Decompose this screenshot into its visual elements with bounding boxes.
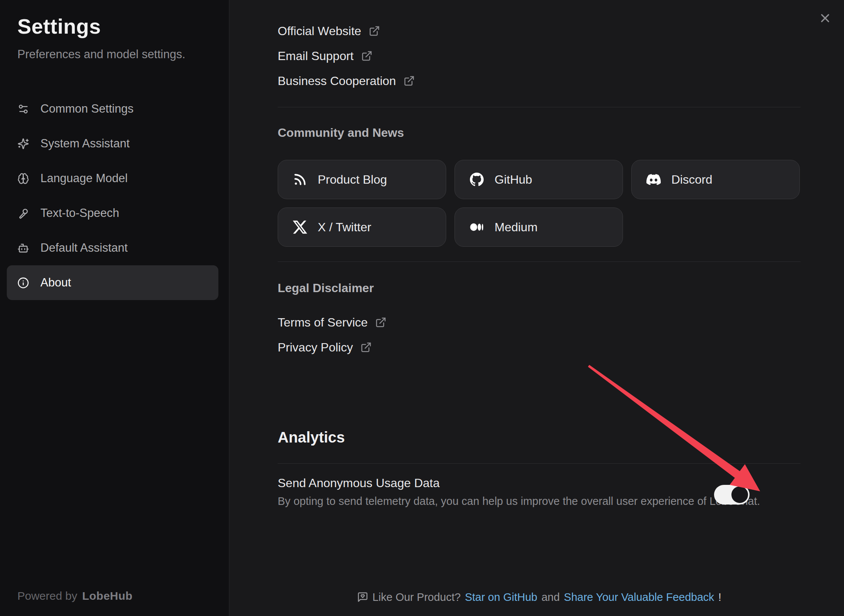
product-blog-button[interactable]: Product Blog bbox=[278, 160, 446, 199]
external-link-icon bbox=[403, 75, 415, 87]
sliders-icon bbox=[17, 103, 29, 115]
page-title: Settings bbox=[17, 14, 101, 39]
footer-prompt: Like Our Product? bbox=[373, 591, 461, 604]
sidebar-item-label: About bbox=[40, 276, 71, 289]
terms-of-service-link[interactable]: Terms of Service bbox=[278, 313, 801, 331]
sidebar-item-text-to-speech[interactable]: Text-to-Speech bbox=[7, 196, 218, 231]
external-link-icon bbox=[369, 25, 380, 37]
lobehub-brand: LobeHub bbox=[82, 590, 132, 602]
mic-icon bbox=[17, 207, 29, 219]
business-cooperation-link[interactable]: Business Cooperation bbox=[278, 72, 801, 90]
sidebar-item-label: System Assistant bbox=[40, 137, 130, 150]
send-anonymous-usage-data-toggle[interactable] bbox=[714, 485, 750, 505]
sidebar-item-about[interactable]: About bbox=[7, 265, 218, 300]
sparkles-icon bbox=[17, 138, 29, 150]
x-twitter-icon bbox=[292, 220, 308, 235]
external-link-icon bbox=[375, 317, 386, 328]
feedback-heart-icon bbox=[357, 591, 368, 603]
settings-modal: Settings Preferences and model settings.… bbox=[0, 0, 844, 616]
toggle-knob bbox=[731, 486, 748, 503]
link-label: Terms of Service bbox=[278, 316, 368, 330]
email-support-link[interactable]: Email Support bbox=[278, 47, 801, 65]
privacy-policy-link[interactable]: Privacy Policy bbox=[278, 338, 801, 356]
external-link-icon bbox=[361, 50, 373, 62]
sidebar-item-common-settings[interactable]: Common Settings bbox=[7, 91, 218, 126]
share-feedback-link[interactable]: Share Your Valuable Feedback bbox=[564, 591, 714, 604]
info-icon bbox=[17, 277, 29, 289]
powered-by-text: Powered by bbox=[17, 590, 77, 602]
link-label: Business Cooperation bbox=[278, 74, 396, 88]
button-label: Medium bbox=[495, 220, 538, 234]
official-website-link[interactable]: Official Website bbox=[278, 22, 801, 40]
button-label: Discord bbox=[671, 173, 712, 187]
bot-icon bbox=[17, 242, 29, 254]
section-divider bbox=[278, 262, 801, 262]
github-icon bbox=[469, 172, 484, 187]
discord-icon bbox=[646, 172, 661, 187]
rss-icon bbox=[292, 172, 308, 187]
github-button[interactable]: GitHub bbox=[454, 160, 623, 199]
brain-icon bbox=[17, 173, 29, 184]
section-divider bbox=[278, 463, 801, 464]
settings-nav: Common Settings System Assistant Languag… bbox=[7, 91, 218, 300]
product-footer: Like Our Product? Star on GitHub and Sha… bbox=[278, 588, 801, 606]
link-label: Email Support bbox=[278, 49, 354, 63]
sidebar-item-label: Common Settings bbox=[40, 102, 133, 116]
medium-button[interactable]: Medium bbox=[454, 207, 623, 247]
sidebar-item-label: Text-to-Speech bbox=[40, 206, 119, 220]
powered-by: Powered by LobeHub bbox=[17, 587, 133, 605]
page-subtitle: Preferences and model settings. bbox=[17, 48, 185, 61]
button-label: X / Twitter bbox=[318, 220, 371, 234]
analytics-heading: Analytics bbox=[278, 428, 801, 447]
about-panel: Contact Us Official Website Email Suppor… bbox=[229, 0, 844, 616]
external-link-icon bbox=[360, 342, 372, 353]
close-button[interactable] bbox=[815, 8, 835, 28]
community-heading: Community and News bbox=[278, 124, 801, 142]
footer-suffix: ! bbox=[718, 591, 721, 604]
button-label: GitHub bbox=[495, 173, 532, 187]
button-label: Product Blog bbox=[318, 173, 387, 187]
star-on-github-link[interactable]: Star on GitHub bbox=[465, 591, 537, 604]
community-buttons: Product Blog GitHub Discord X / Twitter bbox=[278, 160, 801, 247]
x-twitter-button[interactable]: X / Twitter bbox=[278, 207, 446, 247]
sidebar-item-label: Default Assistant bbox=[40, 241, 128, 255]
legal-heading: Legal Disclaimer bbox=[278, 279, 801, 297]
sidebar-item-language-model[interactable]: Language Model bbox=[7, 161, 218, 196]
medium-icon bbox=[469, 220, 484, 235]
discord-button[interactable]: Discord bbox=[631, 160, 800, 199]
close-icon bbox=[818, 11, 832, 25]
sidebar-item-label: Language Model bbox=[40, 172, 128, 185]
section-divider bbox=[278, 107, 801, 107]
settings-sidebar: Settings Preferences and model settings.… bbox=[0, 0, 229, 616]
link-label: Privacy Policy bbox=[278, 341, 353, 354]
sidebar-item-default-assistant[interactable]: Default Assistant bbox=[7, 231, 218, 265]
link-label: Official Website bbox=[278, 24, 361, 38]
contact-us-heading: Contact Us bbox=[278, 0, 801, 3]
footer-conjunction: and bbox=[541, 591, 560, 604]
sidebar-item-system-assistant[interactable]: System Assistant bbox=[7, 126, 218, 161]
